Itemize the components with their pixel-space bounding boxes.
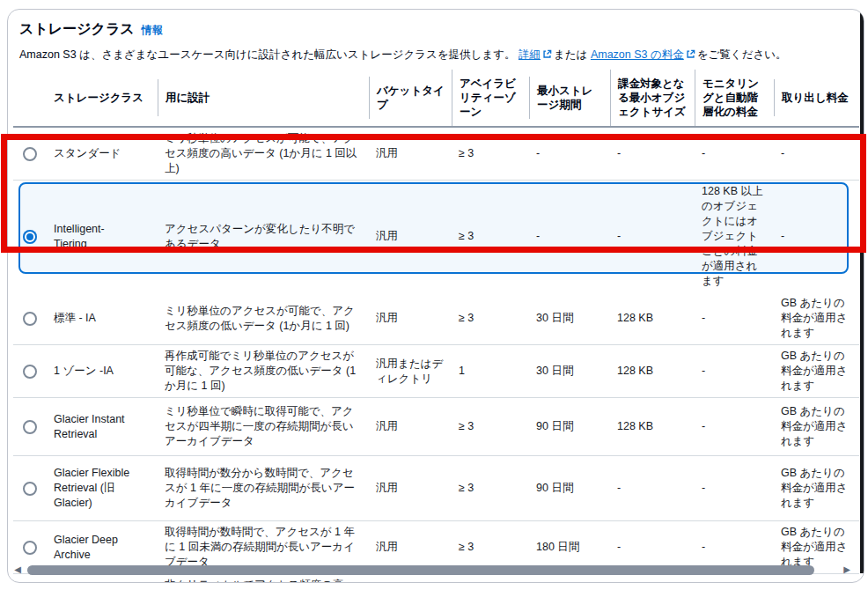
bucket-type-cell: 汎用 [369, 307, 452, 329]
monitoring-cell: - [695, 477, 774, 499]
az-cell: ≥ 3 [452, 477, 529, 499]
bucket-type-cell: 汎用またはディレクトリ [369, 353, 452, 390]
storage-class-name: Glacier Deep Archive [47, 529, 158, 566]
monitoring-cell: - [695, 360, 774, 382]
storage-class-name: 標準 - IA [47, 307, 158, 329]
storage-class-radio[interactable] [23, 312, 37, 326]
bucket-type-cell: 汎用 [369, 225, 452, 247]
description-text: Amazon S3 は、さまざまなユースケース向けに設計された幅広いストレージク… [19, 48, 516, 61]
storage-class-radio[interactable] [23, 147, 37, 161]
radio-cell [13, 365, 47, 379]
scroll-left-icon[interactable]: ◀ [11, 563, 24, 577]
retrieval-cell: GB あたりの料金が適用されます [774, 462, 859, 514]
bucket-type-cell: 汎用 [369, 416, 452, 438]
table-header-row: ストレージクラス 用に設計 バケットタイプ アベイラビリティーゾーン 最小ストレ… [13, 70, 859, 128]
min-storage-cell: - [529, 143, 610, 165]
storage-class-name: Intelligent-Tiering [47, 218, 158, 255]
retrieval-cell: GB あたりの料金が適用されます [774, 582, 859, 584]
min-object-cell: 128 KB [610, 307, 695, 329]
description-suffix: をご覧ください。 [697, 48, 787, 61]
storage-class-radio-selected[interactable] [23, 230, 37, 244]
radio-cell [13, 312, 47, 326]
info-link[interactable]: 情報 [142, 23, 163, 38]
header-storage-class: ストレージクラス [47, 84, 158, 112]
storage-class-radio[interactable] [23, 420, 37, 434]
bucket-type-cell: 汎用 [369, 143, 452, 165]
storage-class-name: 1 ゾーン -IA [47, 360, 158, 382]
panel-title: ストレージクラス [19, 20, 135, 39]
table-row[interactable]: スタンダード ミリ秒単位のアクセスが可能で、アクセス頻度の高いデータ (1か月に… [13, 128, 859, 181]
external-link-icon [686, 49, 695, 62]
az-cell: ≥ 3 [452, 416, 529, 438]
radio-cell [13, 482, 47, 496]
designed-for-cell: ミリ秒単位のアクセスが可能で、アクセス頻度の高いデータ (1か月に 1 回以上) [158, 128, 369, 180]
retrieval-cell: GB あたりの料金が適用されます [774, 401, 859, 453]
radio-cell [13, 541, 47, 555]
min-storage-cell: - [529, 225, 610, 247]
scroll-right-icon[interactable]: ▶ [841, 563, 853, 577]
bucket-type-cell: 汎用 [369, 536, 452, 558]
table-clipped-edge [860, 11, 864, 573]
min-storage-cell: 30 日間 [529, 307, 610, 329]
az-cell: ≥ 3 [452, 536, 529, 558]
header-min-storage-duration: 最小ストレージ期間 [529, 77, 610, 119]
retrieval-cell: GB あたりの料金が適用されます [774, 345, 859, 397]
pricing-link[interactable]: Amazon S3 の料金 [591, 48, 684, 61]
min-storage-cell: 90 日間 [529, 477, 610, 499]
table-row-selected[interactable]: Intelligent-Tiering アクセスパターンが変化したり不明であるデ… [13, 181, 859, 292]
radio-cell [13, 420, 47, 434]
designed-for-cell: ミリ秒単位で瞬時に取得可能で、アクセスが四半期に一度の存続期間が長いアーカイブデ… [158, 401, 369, 453]
storage-class-panel: ストレージクラス 情報 Amazon S3 は、さまざまなユースケース向けに設計… [0, 0, 868, 590]
external-link-icon [542, 49, 552, 62]
designed-for-cell: ミリ秒単位のアクセスが可能で、アクセス頻度の低いデータ (1か月に 1 回) [158, 300, 369, 337]
storage-class-name: Glacier Instant Retrieval [47, 409, 158, 446]
table-row[interactable]: 標準 - IA ミリ秒単位のアクセスが可能で、アクセス頻度の低いデータ (1か月… [13, 292, 859, 345]
header-monitoring-fees: モニタリングと自動階層化の料金 [695, 70, 774, 126]
panel-header: ストレージクラス 情報 [19, 20, 163, 39]
az-cell: ≥ 3 [452, 307, 529, 329]
az-cell: ≥ 3 [452, 143, 529, 165]
min-storage-cell: 180 日間 [529, 536, 610, 558]
header-radio-spacer [13, 91, 47, 105]
header-min-object-size: 課金対象となる最小オブジェクトサイズ [610, 70, 695, 126]
retrieval-cell: - [774, 143, 859, 165]
monitoring-cell: 128 KB 以上のオブジェクトにはオブジェクトごとの料金が適用されます [695, 181, 774, 292]
horizontal-scrollbar[interactable]: ◀ [11, 563, 857, 577]
table-row[interactable]: 1 ゾーン -IA 再作成可能でミリ秒単位のアクセスが可能な、アクセス頻度の低い… [13, 345, 859, 398]
min-object-cell: 128 KB [610, 416, 695, 438]
monitoring-cell: - [695, 416, 774, 438]
scrollbar-thumb[interactable] [27, 565, 814, 575]
storage-class-name: Glacier Flexible Retrieval (旧 Glacier) [47, 462, 158, 514]
min-storage-cell: 30 日間 [529, 360, 610, 382]
header-designed-for: 用に設計 [158, 79, 369, 116]
radio-cell [13, 230, 47, 244]
retrieval-cell: - [774, 225, 859, 247]
detail-link[interactable]: 詳細 [519, 48, 541, 61]
min-object-cell: 128 KB [610, 360, 695, 382]
storage-class-radio[interactable] [23, 365, 37, 379]
az-cell: 1 [452, 360, 529, 382]
header-availability-zones: アベイラビリティーゾーン [452, 70, 529, 126]
designed-for-cell: アクセスパターンが変化したり不明であるデータ [158, 218, 369, 255]
storage-class-radio[interactable] [23, 482, 37, 496]
table-row[interactable]: Glacier Instant Retrieval ミリ秒単位で瞬時に取得可能で… [13, 398, 859, 456]
panel-description: Amazon S3 は、さまざまなユースケース向けに設計された幅広いストレージク… [19, 48, 787, 63]
header-retrieval-fees: 取り出し料金 [774, 79, 859, 116]
scrollbar-track[interactable] [24, 564, 857, 575]
retrieval-cell: GB あたりの料金が適用されます [774, 292, 859, 344]
storage-class-name: スタンダード [47, 143, 158, 165]
min-object-cell: - [610, 225, 695, 247]
monitoring-cell: - [695, 536, 774, 558]
description-middle: または [554, 48, 587, 61]
min-object-cell: - [610, 143, 695, 165]
storage-class-radio[interactable] [23, 541, 37, 555]
monitoring-cell: - [695, 143, 774, 165]
bucket-type-cell: 汎用 [369, 477, 452, 499]
header-bucket-type: バケットタイプ [369, 77, 452, 119]
az-cell: ≥ 3 [452, 225, 529, 247]
min-object-cell: - [610, 536, 695, 558]
monitoring-cell: - [695, 307, 774, 329]
table-row[interactable]: Glacier Flexible Retrieval (旧 Glacier) 取… [13, 456, 859, 521]
radio-cell [13, 147, 47, 161]
designed-for-cell: 取得時間が数分から数時間で、アクセスが 1 年に一度の存続期間が長いアーカイブデ… [158, 462, 369, 514]
